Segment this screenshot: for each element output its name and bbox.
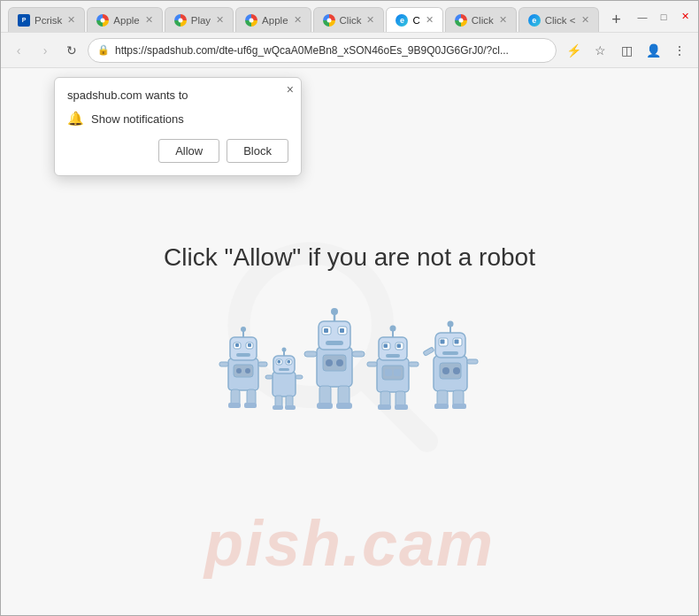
svg-rect-62 <box>367 362 377 366</box>
svg-rect-28 <box>279 368 289 371</box>
svg-rect-16 <box>244 403 257 408</box>
robots-svg <box>212 298 487 440</box>
click3-favicon: e <box>528 14 541 27</box>
sidebar-button[interactable]: ◫ <box>615 39 638 62</box>
sidebar-icon: ◫ <box>621 43 633 58</box>
svg-rect-43 <box>326 341 343 345</box>
popup-title: spadshub.com wants to <box>67 89 288 102</box>
tab-pcrisk-label: Pcrisk <box>35 15 62 26</box>
tab-play-close[interactable]: ✕ <box>216 14 224 26</box>
tab-apple2[interactable]: Apple ✕ <box>235 7 311 32</box>
page-headline: Click "Allow" if you are not a robot <box>164 243 535 272</box>
toolbar-icons: ⚡ ☆ ◫ 👤 ⋮ <box>562 39 691 62</box>
tab-click1-label: Click <box>340 15 362 26</box>
svg-point-38 <box>331 308 338 315</box>
svg-point-87 <box>442 367 449 374</box>
tab-apple1-close[interactable]: ✕ <box>145 14 153 26</box>
svg-rect-80 <box>423 347 434 356</box>
tab-play[interactable]: Play ✕ <box>165 7 234 32</box>
block-button[interactable]: Block <box>227 139 288 163</box>
address-bar: ‹ › ↻ 🔒 https://spadshub.com/dte-uf6g_wQ… <box>1 33 698 68</box>
tab-click3[interactable]: e Click < ✕ <box>518 7 599 32</box>
allow-button[interactable]: Allow <box>158 139 219 163</box>
minimize-button[interactable]: — <box>636 11 649 23</box>
popup-close-button[interactable]: × <box>287 83 294 96</box>
tab-click2[interactable]: Click ✕ <box>445 7 517 32</box>
new-tab-button[interactable]: + <box>604 7 629 32</box>
title-bar: P Pcrisk ✕ Apple ✕ Play ✕ <box>1 1 698 33</box>
tab-apple1[interactable]: Apple ✕ <box>87 7 162 32</box>
svg-rect-26 <box>278 360 281 364</box>
svg-rect-9 <box>248 343 251 347</box>
tab-apple1-label: Apple <box>113 15 139 26</box>
bookmark-icon: ☆ <box>595 43 606 58</box>
apple2-favicon <box>245 14 257 27</box>
svg-point-5 <box>241 327 246 332</box>
svg-rect-33 <box>273 405 283 410</box>
svg-rect-79 <box>442 351 458 355</box>
svg-rect-67 <box>395 404 408 410</box>
svg-rect-69 <box>385 369 392 376</box>
back-button[interactable]: ‹ <box>8 40 29 61</box>
apple1-favicon <box>96 14 109 27</box>
extensions-icon: ⚡ <box>566 43 581 58</box>
tab-pcrisk[interactable]: P Pcrisk ✕ <box>8 7 85 32</box>
tab-click1[interactable]: Click ✕ <box>313 7 385 32</box>
tab-click3-label: Click < <box>545 15 576 26</box>
svg-rect-45 <box>352 351 365 357</box>
svg-point-18 <box>236 368 242 373</box>
pcrisk-favicon: P <box>18 14 30 27</box>
refresh-button[interactable]: ↻ <box>61 40 82 61</box>
menu-button[interactable]: ⋮ <box>668 39 691 62</box>
close-button[interactable]: ✕ <box>679 11 691 23</box>
svg-rect-42 <box>340 328 344 333</box>
svg-rect-44 <box>304 351 317 357</box>
svg-rect-41 <box>324 328 328 333</box>
svg-rect-66 <box>378 404 391 410</box>
svg-rect-30 <box>296 375 303 379</box>
svg-point-51 <box>326 359 333 366</box>
popup-buttons: Allow Block <box>67 139 288 163</box>
tab-active-label: C <box>412 15 419 26</box>
forward-button[interactable]: › <box>35 40 56 61</box>
svg-point-88 <box>453 367 460 374</box>
svg-rect-78 <box>455 340 459 344</box>
tab-active-close[interactable]: ✕ <box>426 14 434 26</box>
svg-rect-61 <box>386 354 400 358</box>
svg-rect-59 <box>384 344 388 349</box>
svg-rect-49 <box>336 403 352 409</box>
profile-icon: 👤 <box>646 43 661 58</box>
tab-apple2-label: Apple <box>262 15 288 26</box>
bookmark-button[interactable]: ☆ <box>588 39 611 62</box>
tab-click2-close[interactable]: ✕ <box>499 14 507 26</box>
svg-rect-63 <box>409 362 419 366</box>
svg-rect-60 <box>397 344 402 349</box>
notification-popup: × spadshub.com wants to 🔔 Show notificat… <box>54 77 302 176</box>
tab-click1-close[interactable]: ✕ <box>366 14 374 26</box>
svg-point-23 <box>282 348 287 352</box>
svg-rect-77 <box>441 340 445 344</box>
maximize-button[interactable]: □ <box>657 11 670 23</box>
extensions-button[interactable]: ⚡ <box>562 39 585 62</box>
svg-point-74 <box>448 321 454 327</box>
click1-favicon <box>323 14 335 27</box>
tab-apple2-close[interactable]: ✕ <box>294 14 302 26</box>
active-favicon: e <box>396 14 408 27</box>
watermark-text: pish.cam <box>204 507 495 580</box>
svg-point-52 <box>336 359 343 366</box>
tab-click3-close[interactable]: ✕ <box>581 14 589 26</box>
svg-rect-85 <box>452 404 466 409</box>
tab-click2-label: Click <box>472 15 494 26</box>
svg-point-56 <box>390 326 396 332</box>
svg-rect-84 <box>434 404 449 409</box>
tab-pcrisk-close[interactable]: ✕ <box>67 14 75 26</box>
tab-strip: P Pcrisk ✕ Apple ✕ Play ✕ <box>8 1 629 32</box>
svg-rect-8 <box>235 343 239 347</box>
address-input[interactable]: 🔒 https://spadshub.com/dte-uf6g_wQcaA0Me… <box>88 38 557 63</box>
click2-favicon <box>455 14 467 27</box>
page-content: × spadshub.com wants to 🔔 Show notificat… <box>1 68 698 615</box>
tab-active[interactable]: e C ✕ <box>386 7 442 32</box>
profile-button[interactable]: 👤 <box>641 39 664 62</box>
browser-window: P Pcrisk ✕ Apple ✕ Play ✕ <box>0 0 699 616</box>
permission-text: Show notifications <box>91 112 184 126</box>
